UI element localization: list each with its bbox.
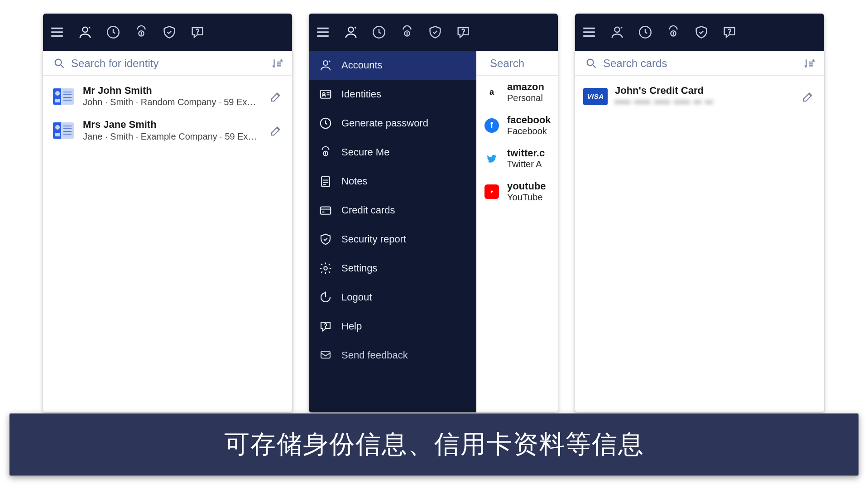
drawer-label: Identities	[341, 88, 381, 100]
accounts-panel: Accounts Identities Generate password Se…	[309, 14, 558, 412]
drawer-label: Settings	[341, 262, 378, 274]
item-title: youtube	[507, 180, 546, 192]
item-subtitle: YouTube	[507, 192, 546, 203]
item-subtitle: Personal	[507, 93, 544, 103]
item-title: twitter.c	[507, 147, 545, 159]
search-icon	[585, 57, 598, 70]
secure-icon[interactable]	[134, 24, 149, 40]
account-item[interactable]: youtubeYouTube	[476, 175, 558, 208]
item-subtitle: Twitter A	[507, 159, 545, 169]
amazon-icon: a	[484, 85, 499, 100]
identities-panel: Mr John Smith John · Smith · Random Comp…	[43, 14, 292, 412]
svg-point-5	[348, 27, 353, 32]
item-title: facebook	[507, 114, 551, 126]
svg-point-20	[614, 27, 619, 32]
svg-point-23	[729, 34, 729, 34]
menu-icon[interactable]	[49, 24, 65, 40]
drawer-label: Credit cards	[341, 204, 395, 216]
search-row	[476, 51, 558, 76]
identity-icon[interactable]	[343, 24, 359, 40]
menu-icon[interactable]	[581, 24, 597, 40]
drawer-item-identities[interactable]: Identities	[309, 80, 476, 109]
account-item[interactable]: twitter.cTwitter A	[476, 142, 558, 175]
drawer-label: Accounts	[341, 59, 383, 71]
shield-icon[interactable]	[694, 24, 709, 40]
search-icon	[53, 57, 66, 70]
youtube-icon	[484, 184, 499, 199]
shield-icon[interactable]	[427, 24, 443, 40]
identity-icon[interactable]	[609, 24, 625, 40]
svg-rect-18	[321, 351, 330, 358]
svg-rect-10	[321, 90, 331, 98]
search-input[interactable]	[490, 57, 558, 70]
sort-button[interactable]	[803, 58, 815, 69]
drawer-label: Send feedback	[341, 349, 408, 361]
identity-card-icon	[51, 87, 76, 106]
item-title: John's Credit Card	[615, 85, 794, 96]
item-subtitle: Facebook	[507, 126, 551, 136]
drawer-item-generate[interactable]: Generate password	[309, 109, 476, 138]
drawer-item-notes[interactable]: Notes	[309, 167, 476, 196]
item-title: Mrs Jane Smith	[83, 119, 262, 130]
item-subtitle: •••• •••• •••• •••• •• ••	[615, 96, 794, 108]
identity-list: Mr John Smith John · Smith · Random Comp…	[43, 76, 292, 151]
account-item[interactable]: a amazonPersonal	[476, 76, 558, 109]
drawer-item-cards[interactable]: Credit cards	[309, 196, 476, 225]
help-icon[interactable]	[722, 24, 737, 40]
secure-icon[interactable]	[399, 24, 415, 40]
caption-text: 可存储身份信息、信用卡资料等信息	[224, 427, 644, 462]
drawer-label: Logout	[341, 291, 372, 303]
generate-icon[interactable]	[638, 24, 653, 40]
sort-button[interactable]	[271, 58, 283, 69]
menu-icon[interactable]	[315, 24, 331, 40]
drawer-label: Notes	[341, 175, 367, 187]
secure-icon[interactable]	[666, 24, 681, 40]
item-title: amazon	[507, 81, 544, 93]
item-title: Mr John Smith	[83, 85, 262, 96]
drawer-item-settings[interactable]: Settings	[309, 254, 476, 283]
svg-point-24	[587, 59, 594, 66]
drawer-item-accounts[interactable]: Accounts	[309, 51, 476, 80]
caption: 可存储身份信息、信用卡资料等信息	[9, 413, 859, 476]
topbar	[43, 14, 292, 51]
list-item[interactable]: VISA John's Credit Card •••• •••• •••• •…	[575, 79, 824, 113]
shield-icon[interactable]	[162, 24, 177, 40]
svg-point-4	[55, 59, 62, 66]
edit-icon[interactable]	[269, 90, 283, 103]
drawer-item-feedback[interactable]: Send feedback	[309, 341, 476, 370]
search-input[interactable]	[71, 57, 266, 70]
svg-point-16	[324, 266, 327, 270]
help-icon[interactable]	[190, 24, 205, 40]
search-input[interactable]	[603, 57, 798, 70]
edit-icon[interactable]	[269, 124, 283, 137]
edit-icon[interactable]	[801, 90, 815, 103]
search-row	[575, 51, 824, 76]
drawer-label: Secure Me	[341, 146, 389, 158]
svg-point-9	[323, 61, 328, 65]
cards-panel: VISA John's Credit Card •••• •••• •••• •…	[575, 14, 824, 412]
list-item[interactable]: Mr John Smith John · Smith · Random Comp…	[43, 79, 292, 113]
card-list: VISA John's Credit Card •••• •••• •••• •…	[575, 76, 824, 117]
drawer-label: Security report	[341, 233, 406, 245]
svg-point-0	[82, 27, 87, 32]
drawer-item-security-report[interactable]: Security report	[309, 225, 476, 254]
generate-icon[interactable]	[106, 24, 121, 40]
drawer-item-secure[interactable]: Secure Me	[309, 138, 476, 167]
drawer-item-logout[interactable]: Logout	[309, 283, 476, 312]
item-subtitle: John · Smith · Random Company · 59 Ex…	[83, 96, 262, 108]
nav-drawer: Accounts Identities Generate password Se…	[309, 51, 476, 412]
drawer-label: Help	[341, 320, 362, 332]
svg-point-11	[323, 92, 325, 95]
visa-icon: VISA	[583, 87, 608, 106]
account-item[interactable]: f facebookFacebook	[476, 109, 558, 142]
help-icon[interactable]	[456, 24, 471, 40]
list-item[interactable]: Mrs Jane Smith Jane · Smith · Example Co…	[43, 113, 292, 147]
generate-icon[interactable]	[371, 24, 387, 40]
search-row	[43, 51, 292, 76]
identity-icon[interactable]	[77, 24, 93, 40]
topbar	[575, 14, 824, 51]
topbar	[309, 14, 558, 51]
drawer-item-help[interactable]: Help	[309, 312, 476, 341]
identity-card-icon	[51, 121, 76, 140]
accounts-content: a amazonPersonal f facebookFacebook twit…	[476, 51, 558, 412]
